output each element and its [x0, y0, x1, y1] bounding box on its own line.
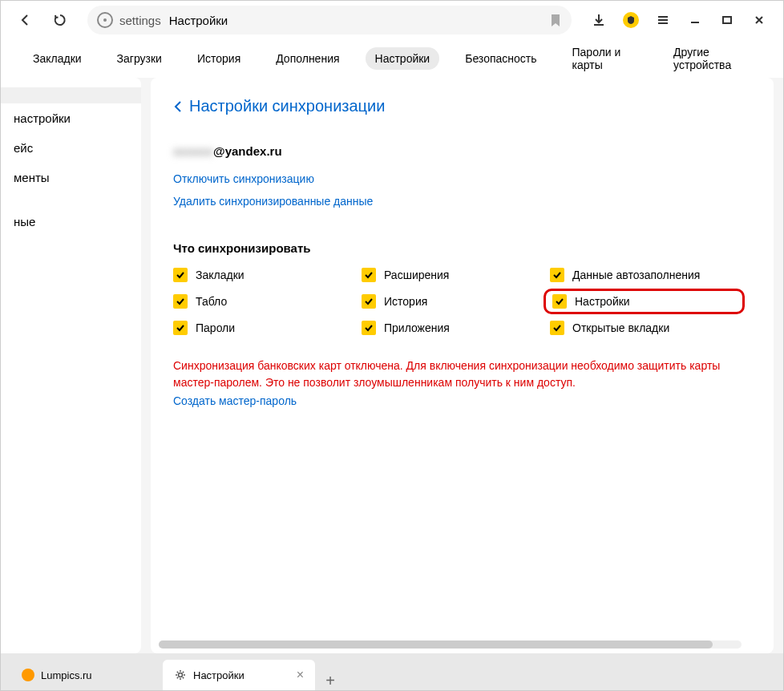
address-bar[interactable]: settings Настройки	[87, 6, 572, 34]
shield-icon	[623, 12, 639, 28]
sync-label: Табло	[196, 295, 227, 308]
gear-icon	[174, 669, 187, 681]
delete-sync-data-link[interactable]: Удалить синхронизированные данные	[173, 195, 751, 208]
downloads-button[interactable]	[584, 6, 613, 34]
sync-label: Открытые вкладки	[572, 321, 669, 334]
tab-bar: Lumpics.ru Настройки × +	[1, 653, 783, 690]
horizontal-scrollbar[interactable]	[159, 640, 742, 649]
maximize-button[interactable]	[713, 6, 742, 34]
settings-nav: Закладки Загрузки История Дополнения Нас…	[1, 39, 783, 78]
sync-item-autofill: Данные автозаполнения	[550, 268, 738, 282]
nav-devices[interactable]: Другие устройства	[664, 41, 761, 76]
menu-button[interactable]	[649, 6, 677, 34]
tab-settings[interactable]: Настройки ×	[163, 660, 315, 690]
sync-label: Расширения	[384, 269, 449, 281]
nav-history[interactable]: История	[188, 47, 250, 70]
sync-label: Закладки	[196, 269, 244, 281]
checkbox[interactable]	[552, 294, 567, 309]
tab-lumpics[interactable]: Lumpics.ru	[10, 660, 163, 690]
email-domain: @yandex.ru	[213, 144, 282, 158]
create-master-password-link[interactable]: Создать мастер-пароль	[173, 394, 751, 407]
scrollbar-thumb[interactable]	[159, 640, 713, 649]
reload-button[interactable]	[46, 6, 75, 34]
site-identity-icon	[97, 12, 113, 28]
account-email: xxxxxx@yandex.ru	[173, 144, 751, 158]
nav-downloads[interactable]: Загрузки	[107, 47, 172, 70]
bookmark-icon[interactable]	[549, 13, 562, 27]
tab-label: Настройки	[193, 669, 244, 681]
sync-item-passwords: Пароли	[173, 321, 362, 335]
email-user: xxxxxx	[173, 144, 213, 158]
close-window-button[interactable]	[745, 6, 774, 34]
minimize-button[interactable]	[681, 6, 709, 34]
address-title: Настройки	[169, 14, 228, 27]
svg-point-0	[103, 18, 107, 22]
lumpics-favicon-icon	[22, 669, 34, 681]
sidebar-item[interactable]	[1, 87, 141, 103]
sidebar-item[interactable]: настройки	[1, 103, 141, 133]
sidebar-item[interactable]: ные	[1, 207, 141, 236]
checkbox[interactable]	[173, 321, 188, 335]
sync-item-history: История	[362, 292, 550, 311]
sidebar-item[interactable]: менты	[1, 163, 141, 192]
sync-section: Что синхронизировать Закладки Расширения…	[173, 241, 751, 407]
sync-label: Приложения	[384, 321, 450, 334]
sync-item-extensions: Расширения	[362, 268, 550, 282]
disable-sync-link[interactable]: Отключить синхронизацию	[173, 172, 751, 185]
sync-heading: Что синхронизировать	[173, 241, 751, 255]
close-tab-icon[interactable]: ×	[297, 668, 304, 682]
checkbox[interactable]	[362, 294, 376, 309]
checkbox[interactable]	[362, 321, 376, 335]
checkbox[interactable]	[362, 268, 376, 282]
sync-item-settings: Настройки	[544, 289, 745, 314]
checkbox[interactable]	[550, 268, 564, 282]
cards-sync-warning: Синхронизация банковских карт отключена.…	[173, 358, 751, 391]
sync-label: Данные автозаполнения	[572, 269, 700, 281]
tab-label: Lumpics.ru	[41, 669, 92, 681]
sync-item-tableau: Табло	[173, 292, 362, 311]
svg-rect-1	[723, 17, 731, 23]
address-url: settings	[119, 14, 161, 27]
sync-label: Настройки	[575, 295, 630, 308]
settings-sidebar: настройки ейс менты ные	[1, 78, 141, 653]
nav-addons[interactable]: Дополнения	[266, 47, 349, 70]
sync-label: Пароли	[196, 321, 235, 334]
checkbox[interactable]	[173, 268, 188, 282]
sync-item-apps: Приложения	[362, 321, 550, 335]
protect-button[interactable]	[616, 6, 645, 34]
new-tab-button[interactable]: +	[315, 672, 346, 690]
back-button[interactable]	[10, 6, 39, 34]
main-panel: Настройки синхронизации xxxxxx@yandex.ru…	[151, 78, 774, 653]
sync-label: История	[384, 295, 427, 308]
nav-passwords[interactable]: Пароли и карты	[563, 41, 649, 76]
nav-security[interactable]: Безопасность	[455, 47, 546, 70]
checkbox[interactable]	[173, 294, 188, 309]
svg-point-2	[179, 673, 183, 677]
back-chevron-icon[interactable]	[173, 100, 183, 113]
content-wrapper: настройки ейс менты ные Настройки синхро…	[1, 78, 783, 653]
page-title[interactable]: Настройки синхронизации	[189, 97, 385, 115]
nav-settings[interactable]: Настройки	[366, 47, 440, 70]
sync-item-open-tabs: Открытые вкладки	[550, 321, 738, 335]
sidebar-item[interactable]: ейс	[1, 133, 141, 163]
sync-item-bookmarks: Закладки	[173, 268, 362, 282]
checkbox[interactable]	[550, 321, 564, 335]
nav-bookmarks[interactable]: Закладки	[23, 47, 91, 70]
sync-grid: Закладки Расширения Данные автозаполнени…	[173, 268, 751, 335]
account-section: xxxxxx@yandex.ru Отключить синхронизацию…	[173, 144, 751, 208]
page-header: Настройки синхронизации	[173, 97, 751, 115]
browser-toolbar: settings Настройки	[1, 1, 783, 39]
